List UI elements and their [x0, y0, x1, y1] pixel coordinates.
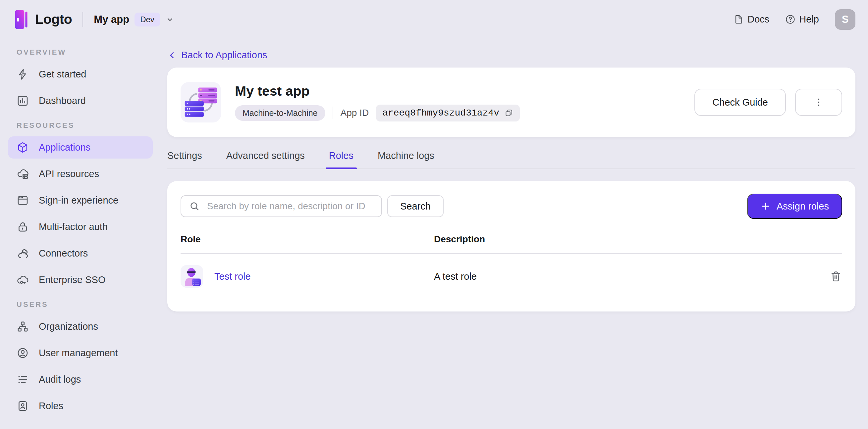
role-description: A test role	[434, 271, 819, 282]
main-content: Back to Applications	[161, 39, 868, 429]
sidebar-item-user-management[interactable]: User management	[8, 342, 153, 364]
sidebar-item-audit-logs[interactable]: Audit logs	[8, 368, 153, 391]
sidebar-item-label: Multi-factor auth	[39, 222, 108, 232]
sidebar: OVERVIEWGet startedDashboardRESOURCESApp…	[0, 39, 161, 429]
sidebar-item-label: Connectors	[39, 248, 88, 259]
sidebar-item-roles[interactable]: Roles	[8, 395, 153, 417]
topbar: Logto My app Dev Docs Help S	[0, 0, 868, 39]
app-header-card: My test app Machine-to-Machine App ID ar…	[167, 68, 856, 137]
sidebar-item-enterprise-sso[interactable]: Enterprise SSO	[8, 269, 153, 291]
help-circle-icon	[785, 14, 796, 25]
sidebar-item-label: Audit logs	[39, 374, 81, 385]
sidebar-item-dashboard[interactable]: Dashboard	[8, 90, 153, 112]
audit-list-icon	[17, 373, 29, 386]
docs-label: Docs	[747, 14, 769, 25]
bolt-icon	[17, 68, 29, 80]
app-detail-tabs: SettingsAdvanced settingsRolesMachine lo…	[167, 150, 856, 169]
role-avatar	[181, 265, 203, 288]
cloud-server-icon	[17, 168, 29, 180]
sidebar-item-label: Applications	[39, 142, 90, 153]
topbar-actions: Docs Help S	[734, 9, 856, 30]
sidebar-item-label: API resources	[39, 168, 99, 179]
sidebar-item-organizations[interactable]: Organizations	[8, 316, 153, 338]
search-input[interactable]	[181, 195, 382, 217]
app-info: My test app Machine-to-Machine App ID ar…	[235, 84, 520, 122]
sidebar-item-sign-in-experience[interactable]: Sign-in experience	[8, 189, 153, 211]
back-to-applications-link[interactable]: Back to Applications	[167, 50, 267, 61]
sidebar-item-label: Enterprise SSO	[39, 274, 105, 285]
kebab-menu-icon	[813, 97, 824, 108]
tenant-switcher[interactable]: My app Dev	[94, 12, 174, 27]
org-chart-icon	[17, 321, 29, 333]
sidebar-item-multi-factor-auth[interactable]: Multi-factor auth	[8, 216, 153, 238]
tab-machine-logs[interactable]: Machine logs	[378, 150, 434, 168]
trash-icon[interactable]	[830, 270, 842, 283]
column-header-description: Description	[434, 234, 819, 244]
brand-name: Logto	[35, 11, 72, 27]
search-icon	[189, 201, 200, 211]
app-type-badge: Machine-to-Machine	[235, 105, 326, 121]
assign-roles-label: Assign roles	[777, 201, 829, 212]
sidebar-item-applications[interactable]: Applications	[8, 136, 153, 159]
app-title: My test app	[235, 84, 520, 99]
sidebar-section-users: USERSOrganizationsUser managementAudit l…	[8, 300, 153, 417]
sidebar-section-label: USERS	[8, 300, 153, 309]
copy-icon[interactable]	[504, 108, 514, 118]
id-card-icon	[17, 400, 29, 412]
browser-icon	[17, 194, 29, 206]
role-name-link[interactable]: Test role	[214, 271, 251, 282]
topbar-divider	[83, 12, 83, 27]
chevron-down-icon	[165, 15, 175, 24]
back-link-label: Back to Applications	[181, 50, 267, 61]
roles-filter-row: Search Assign roles	[181, 194, 842, 219]
sidebar-item-api-resources[interactable]: API resources	[8, 163, 153, 185]
app-id-pill[interactable]: areeq8fhmy9szud31az4v	[376, 105, 520, 122]
user-avatar[interactable]: S	[835, 9, 856, 30]
app-id-value: areeq8fhmy9szud31az4v	[382, 108, 499, 118]
sidebar-section-resources: RESOURCESApplicationsAPI resourcesSign-i…	[8, 121, 153, 291]
app-header-actions: Check Guide	[694, 89, 842, 116]
sidebar-section-overview: OVERVIEWGet startedDashboard	[8, 47, 153, 112]
help-label: Help	[799, 14, 819, 25]
roles-table-header: Role Description	[181, 230, 842, 254]
cloud-key-icon	[17, 274, 29, 286]
tenant-name: My app	[94, 13, 129, 26]
assign-roles-button[interactable]: Assign roles	[747, 194, 842, 219]
logto-brand[interactable]: Logto	[12, 9, 72, 30]
sidebar-item-label: Organizations	[39, 321, 98, 332]
more-actions-button[interactable]	[795, 89, 842, 116]
machine-to-machine-app-icon	[181, 82, 221, 123]
plus-icon	[760, 201, 771, 211]
check-guide-button[interactable]: Check Guide	[694, 89, 786, 116]
user-circle-icon	[17, 347, 29, 359]
sidebar-item-label: Sign-in experience	[39, 195, 118, 206]
roles-panel-card: Search Assign roles Role Description	[167, 181, 856, 311]
app-id-label: App ID	[341, 107, 369, 118]
sidebar-item-label: Roles	[39, 400, 63, 411]
roles-table: Role Description Test roleA test role	[181, 230, 842, 299]
cube-icon	[17, 141, 29, 154]
table-row: Test roleA test role	[181, 254, 842, 299]
sidebar-item-label: Dashboard	[39, 95, 86, 106]
app-meta-row: Machine-to-Machine App ID areeq8fhmy9szu…	[235, 105, 520, 122]
docs-button[interactable]: Docs	[734, 14, 769, 25]
column-header-role: Role	[181, 234, 434, 244]
sidebar-item-label: User management	[39, 348, 118, 359]
env-badge: Dev	[134, 12, 160, 27]
search-button[interactable]: Search	[387, 195, 444, 217]
tab-advanced-settings[interactable]: Advanced settings	[226, 150, 305, 168]
tab-settings[interactable]: Settings	[167, 150, 202, 168]
tab-roles[interactable]: Roles	[329, 150, 353, 168]
sidebar-item-connectors[interactable]: Connectors	[8, 242, 153, 264]
lock-icon	[17, 221, 29, 233]
sidebar-item-label: Get started	[39, 69, 86, 80]
help-button[interactable]: Help	[785, 14, 819, 25]
sidebar-section-label: OVERVIEW	[8, 47, 153, 57]
bar-chart-icon	[17, 95, 29, 107]
meta-divider	[333, 107, 333, 119]
clouds-icon	[17, 247, 29, 260]
sidebar-section-label: RESOURCES	[8, 121, 153, 130]
search-box	[181, 195, 382, 217]
sidebar-item-get-started[interactable]: Get started	[8, 63, 153, 86]
chevron-left-icon	[167, 50, 177, 60]
